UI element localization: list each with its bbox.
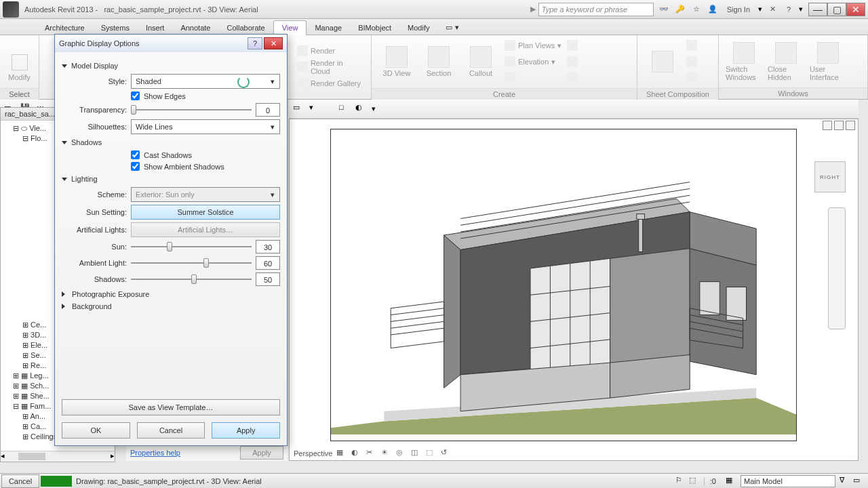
render-button[interactable]: Render — [297, 43, 364, 58]
titleblock-icon[interactable] — [686, 40, 697, 51]
sun-setting-button[interactable]: Summer Solstice — [131, 205, 280, 220]
vcb-icon-3[interactable]: ✂ — [366, 448, 377, 459]
signin-dropdown-icon[interactable]: ▾ — [758, 5, 762, 14]
vcb-icon-1[interactable]: ▦ — [336, 448, 347, 459]
sheet-button[interactable] — [644, 51, 681, 73]
tab-modify[interactable]: Modify — [399, 21, 437, 35]
sb-workset-icon[interactable]: ▦ — [726, 476, 736, 487]
maximize-button[interactable]: ▢ — [827, 3, 846, 16]
viewbar-icon-4[interactable]: ◐ — [355, 103, 368, 115]
application-menu-icon[interactable] — [3, 1, 19, 18]
section-shadows[interactable]: Shadows — [62, 138, 280, 146]
ambient-value[interactable]: 60 — [256, 256, 280, 270]
apply-button[interactable]: Apply — [212, 422, 280, 439]
viewbar-icon-3[interactable]: □ — [339, 103, 351, 115]
elevation-button[interactable]: Elevation ▾ — [505, 54, 561, 69]
help-icon[interactable]: ? — [783, 3, 795, 16]
guide-grid-icon[interactable] — [686, 73, 697, 83]
signin-button[interactable]: Sign In — [723, 5, 754, 14]
callout-button[interactable]: Callout — [462, 46, 499, 77]
3d-view-button[interactable]: 3D View — [378, 46, 415, 77]
silhouettes-combo[interactable]: Wide Lines▾ — [131, 119, 280, 134]
vp-maximize-icon[interactable] — [834, 121, 844, 130]
dialog-titlebar[interactable]: Graphic Display Options ? ✕ — [55, 35, 287, 52]
vcb-icon-7[interactable]: ⬚ — [426, 448, 437, 459]
duplicate-view-button[interactable] — [567, 38, 578, 53]
tab-manage[interactable]: Manage — [307, 21, 350, 35]
render-cloud-button[interactable]: Render in Cloud — [297, 60, 364, 75]
viewbar-icon-1[interactable]: ▭ — [293, 103, 305, 115]
dialog-help-button[interactable]: ? — [248, 37, 262, 49]
render-gallery-button[interactable]: Render Gallery — [297, 76, 364, 91]
sb-filter-icon[interactable]: ∇ — [840, 476, 850, 487]
sb-icon-2[interactable]: ⬚ — [689, 476, 700, 487]
sb-select-icon[interactable]: ▭ — [853, 476, 864, 487]
drafting-view-button[interactable] — [505, 70, 561, 85]
viewbar-icon-2[interactable]: ▾ — [309, 103, 321, 115]
search-input[interactable]: Type a keyword or phrase — [538, 3, 654, 16]
tab-bimobject[interactable]: BIMobject — [350, 21, 399, 35]
properties-apply-button[interactable]: Apply — [240, 446, 283, 460]
tab-view[interactable]: View — [273, 20, 307, 35]
sb-icon-1[interactable]: ⚐ — [675, 476, 686, 487]
user-icon[interactable]: 👤 — [707, 3, 719, 16]
style-combo[interactable]: Shaded▾ — [131, 74, 280, 89]
vcb-icon-8[interactable]: ↺ — [441, 448, 452, 459]
vp-close-icon[interactable] — [846, 121, 855, 130]
vcb-icon-5[interactable]: ◎ — [396, 448, 407, 459]
section-lighting[interactable]: Lighting — [62, 175, 280, 183]
switch-windows-button[interactable]: Switch Windows — [726, 42, 762, 81]
ambient-shadows-checkbox[interactable]: Show Ambient Shadows — [131, 162, 280, 171]
show-edges-checkbox[interactable]: Show Edges — [131, 92, 280, 100]
schedules-button[interactable] — [567, 70, 578, 85]
tab-insert[interactable]: Insert — [138, 21, 173, 35]
transparency-value[interactable]: 0 — [256, 103, 280, 117]
tab-collaborate[interactable]: Collaborate — [218, 21, 273, 35]
sun-slider[interactable] — [131, 241, 252, 253]
search-play-icon[interactable]: ▶ — [528, 5, 538, 14]
exchange-apps-icon[interactable]: ✕ — [766, 3, 778, 16]
section-photographic-exposure[interactable]: Photographic Exposure — [62, 290, 280, 298]
viewcube[interactable]: RIGHT — [814, 161, 846, 192]
plan-views-button[interactable]: Plan Views ▾ — [505, 38, 561, 53]
transparency-slider[interactable] — [131, 104, 252, 116]
minimize-button[interactable]: — — [808, 3, 827, 16]
help-dropdown-icon[interactable]: ▾ — [799, 5, 803, 14]
revisions-icon[interactable] — [686, 56, 697, 67]
shadows-slider[interactable] — [131, 273, 252, 285]
vcb-icon-4[interactable]: ☀ — [381, 448, 392, 459]
tab-systems[interactable]: Systems — [93, 21, 138, 35]
3d-viewport[interactable]: RIGHT — [289, 119, 859, 461]
properties-help-link[interactable]: Properties help — [130, 449, 180, 457]
section-background[interactable]: Background — [62, 302, 280, 310]
tab-architecture[interactable]: Architecture — [37, 21, 93, 35]
vp-minimize-icon[interactable] — [823, 121, 832, 130]
browser-scrollbar[interactable]: ◂▸ — [1, 451, 115, 462]
section-button[interactable]: Section — [420, 46, 457, 77]
close-button[interactable]: ✕ — [846, 3, 865, 16]
exchange-icon[interactable]: ☆ — [690, 3, 703, 16]
shadows-value[interactable]: 50 — [256, 272, 280, 286]
status-cancel-button[interactable]: Cancel — [1, 474, 39, 488]
modify-cursor-icon[interactable] — [12, 54, 28, 70]
binoculars-icon[interactable]: 👓 — [658, 3, 670, 16]
legends-button[interactable] — [567, 54, 578, 69]
drawing-canvas[interactable] — [330, 129, 797, 441]
ambient-slider[interactable] — [131, 257, 252, 269]
save-as-template-button[interactable]: Save as View Template… — [62, 399, 280, 415]
ok-button[interactable]: OK — [62, 422, 130, 439]
workset-combo[interactable]: Main Model — [741, 475, 835, 487]
key-icon[interactable]: 🔑 — [674, 3, 686, 16]
close-hidden-button[interactable]: Close Hidden — [768, 42, 804, 81]
sun-value[interactable]: 30 — [256, 240, 280, 253]
viewbar-dropdown-icon[interactable]: ▾ — [372, 104, 376, 113]
cancel-button[interactable]: Cancel — [137, 422, 205, 439]
dialog-close-button[interactable]: ✕ — [264, 37, 283, 49]
navigation-bar[interactable] — [828, 207, 846, 329]
cast-shadows-checkbox[interactable]: Cast Shadows — [131, 150, 280, 159]
tab-extra-icon[interactable]: ▭ ▾ — [437, 20, 467, 35]
section-model-display[interactable]: Model Display — [62, 62, 280, 70]
vcb-icon-6[interactable]: ◫ — [411, 448, 422, 459]
vcb-icon-2[interactable]: ◐ — [351, 448, 362, 459]
tab-annotate[interactable]: Annotate — [172, 21, 218, 35]
